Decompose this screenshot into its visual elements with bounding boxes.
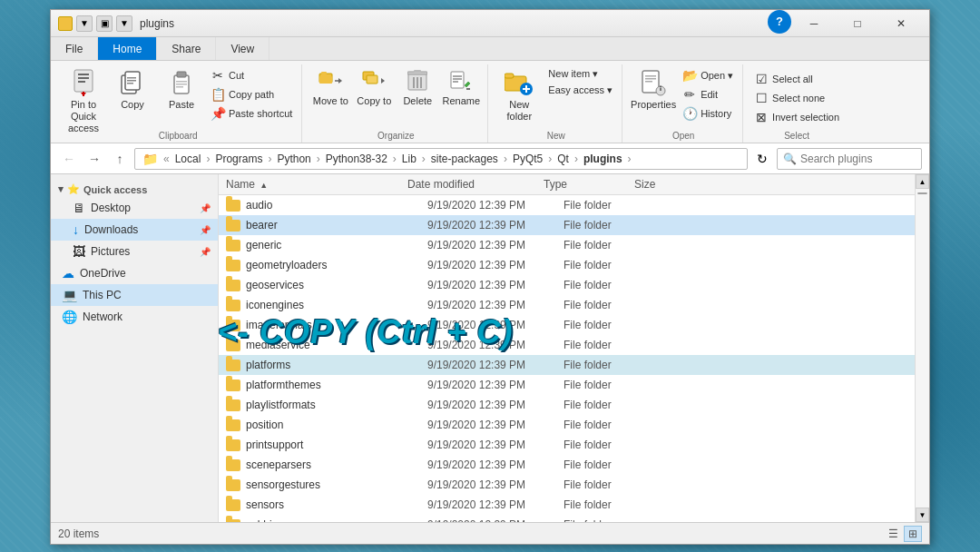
rename-icon	[448, 68, 474, 94]
easy-access-button[interactable]: Easy access ▾	[544, 83, 616, 98]
properties-button[interactable]: Properties	[630, 64, 677, 124]
pictures-icon: 🖼	[73, 244, 85, 259]
scroll-thumb[interactable]	[917, 192, 927, 194]
select-small-group: ☑ Select all ☐ Select none ⊠ Invert sele…	[750, 68, 843, 126]
sidebar-item-onedrive[interactable]: ☁ OneDrive	[51, 262, 218, 284]
title-back-btn[interactable]: ▼	[76, 15, 93, 32]
tab-view[interactable]: View	[216, 37, 270, 60]
sidebar-group-quick-access[interactable]: ▾ ⭐ Quick access	[51, 178, 218, 197]
tab-home[interactable]: Home	[98, 37, 157, 60]
file-date: 9/19/2020 12:39 PM	[427, 279, 564, 291]
folder-icon	[226, 340, 240, 351]
table-row[interactable]: platforms 9/19/2020 12:39 PM File folder	[219, 355, 915, 375]
path-site-packages[interactable]: site-packages	[431, 153, 498, 165]
path-programs[interactable]: Programs	[215, 153, 262, 165]
file-date: 9/19/2020 12:39 PM	[427, 219, 564, 232]
pin-to-quick-access-button[interactable]: Pin to Quick access	[60, 64, 107, 124]
folder-icon	[226, 240, 240, 251]
table-row[interactable]: geometryloaders 9/19/2020 12:39 PM File …	[219, 255, 915, 275]
sidebar-item-downloads[interactable]: ↓ Downloads 📌	[51, 219, 218, 241]
forward-button[interactable]: →	[83, 148, 105, 170]
refresh-button[interactable]: ↻	[751, 148, 773, 170]
close-button[interactable]: ✕	[880, 10, 922, 37]
copy-to-button[interactable]: Copy to	[353, 64, 395, 124]
main-content: ▾ ⭐ Quick access 🖥 Desktop 📌 ↓ Downloads…	[51, 174, 929, 522]
rename-label: Rename	[443, 95, 481, 107]
table-row[interactable]: sensorgestures 9/19/2020 12:39 PM File f…	[219, 475, 915, 495]
new-item-button[interactable]: New item ▾	[544, 66, 616, 82]
vertical-scrollbar[interactable]: ▲ ▼	[915, 174, 929, 522]
invert-selection-label: Invert selection	[772, 112, 839, 123]
table-row[interactable]: playlistformats 9/19/2020 12:39 PM File …	[219, 395, 915, 415]
search-input[interactable]	[800, 153, 916, 165]
svg-rect-18	[321, 72, 327, 74]
sidebar-item-network[interactable]: 🌐 Network	[51, 306, 218, 328]
sidebar-item-desktop[interactable]: 🖥 Desktop 📌	[51, 197, 218, 219]
path-pyqt5[interactable]: PyQt5	[513, 153, 543, 165]
address-path[interactable]: 📁 « Local › Programs › Python › Python38…	[134, 148, 748, 170]
table-row[interactable]: platformthemes 9/19/2020 12:39 PM File f…	[219, 375, 915, 395]
col-header-date[interactable]: Date modified	[407, 178, 544, 191]
minimize-button[interactable]: ─	[793, 10, 835, 37]
edit-button[interactable]: ✏ Edit	[679, 85, 737, 104]
delete-button[interactable]: Delete	[397, 64, 438, 124]
path-local[interactable]: Local	[175, 153, 201, 165]
search-box[interactable]: 🔍	[777, 148, 922, 170]
col-header-name[interactable]: Name ▲	[226, 178, 407, 191]
scroll-down-button[interactable]: ▼	[916, 508, 929, 522]
back-button[interactable]: ←	[58, 148, 80, 170]
select-group-label: Select	[745, 131, 848, 141]
table-row[interactable]: printsupport 9/19/2020 12:39 PM File fol…	[219, 435, 915, 455]
path-plugins[interactable]: plugins	[583, 153, 622, 165]
new-small-group: New item ▾ Easy access ▾	[544, 64, 616, 98]
table-row[interactable]: position 9/19/2020 12:39 PM File folder	[219, 415, 915, 435]
maximize-button[interactable]: □	[837, 10, 878, 37]
new-folder-button[interactable]: New folder	[495, 64, 543, 124]
col-header-type[interactable]: Type	[544, 178, 634, 191]
table-row[interactable]: sceneparsers 9/19/2020 12:39 PM File fol…	[219, 455, 915, 475]
svg-point-46	[660, 86, 662, 88]
ribbon-group-new: New folder New item ▾ Easy access ▾ New	[490, 64, 622, 143]
rename-button[interactable]: Rename	[440, 64, 482, 124]
select-none-button[interactable]: ☐ Select none	[750, 89, 843, 107]
table-row[interactable]: generic 9/19/2020 12:39 PM File folder	[219, 235, 915, 255]
table-row[interactable]: imageformats 9/19/2020 12:39 PM File fol…	[219, 315, 915, 335]
details-view-button[interactable]: ☰	[884, 526, 902, 542]
copy-path-button[interactable]: 📋 Copy path	[207, 85, 296, 104]
cut-button[interactable]: ✂ Cut	[207, 66, 296, 84]
table-row[interactable]: iconengines 9/19/2020 12:39 PM File fold…	[219, 295, 915, 315]
invert-selection-button[interactable]: ⊠ Invert selection	[750, 108, 843, 126]
scroll-up-button[interactable]: ▲	[916, 174, 929, 189]
copy-button[interactable]: Copy	[109, 64, 156, 124]
paste-shortcut-button[interactable]: 📌 Paste shortcut	[207, 104, 296, 123]
file-type: File folder	[564, 498, 654, 511]
new-items: New folder New item ▾ Easy access ▾	[495, 64, 616, 141]
table-row[interactable]: audio 9/19/2020 12:39 PM File folder	[219, 195, 915, 215]
path-qt[interactable]: Qt	[557, 153, 569, 165]
path-python[interactable]: Python	[277, 153, 310, 165]
path-lib[interactable]: Lib	[402, 153, 416, 165]
cut-label: Cut	[229, 70, 244, 81]
up-button[interactable]: ↑	[109, 148, 131, 170]
open-icon: 📂	[682, 68, 697, 83]
title-dropdown-btn[interactable]: ▼	[116, 15, 132, 32]
table-row[interactable]: mediaservice 9/19/2020 12:39 PM File fol…	[219, 335, 915, 355]
table-row[interactable]: geoservices 9/19/2020 12:39 PM File fold…	[219, 275, 915, 295]
table-row[interactable]: sensors 9/19/2020 12:39 PM File folder	[219, 495, 915, 515]
paste-button[interactable]: Paste	[158, 64, 205, 124]
move-to-button[interactable]: Move to	[309, 64, 351, 124]
col-header-size[interactable]: Size	[634, 178, 707, 191]
path-python38[interactable]: Python38-32	[326, 153, 387, 165]
table-row[interactable]: sqldrivers 9/19/2020 12:39 PM File folde…	[219, 515, 915, 522]
select-all-button[interactable]: ☑ Select all	[750, 70, 843, 88]
help-button[interactable]: ?	[768, 10, 791, 34]
large-icons-view-button[interactable]: ⊞	[904, 526, 922, 542]
tab-file[interactable]: File	[51, 37, 98, 60]
title-layout-btn[interactable]: ▣	[96, 15, 113, 32]
tab-share[interactable]: Share	[157, 37, 216, 60]
sidebar-item-pictures[interactable]: 🖼 Pictures 📌	[51, 241, 218, 262]
table-row[interactable]: bearer 9/19/2020 12:39 PM File folder	[219, 215, 915, 235]
open-button[interactable]: 📂 Open ▾	[679, 66, 737, 84]
history-button[interactable]: 🕐 History	[679, 104, 737, 123]
sidebar-item-this-pc[interactable]: 💻 This PC	[51, 284, 218, 306]
